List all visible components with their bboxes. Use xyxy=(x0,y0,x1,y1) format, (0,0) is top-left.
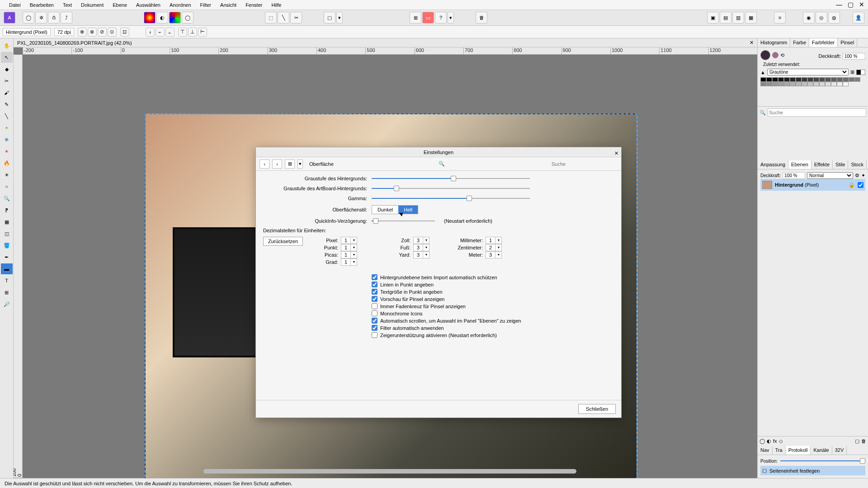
tab-farbe[interactable]: Farbe xyxy=(790,38,809,47)
trash-icon[interactable]: 🗑 xyxy=(476,12,487,23)
swatch[interactable] xyxy=(819,77,825,82)
eraser-tool-icon[interactable]: ◫ xyxy=(1,228,13,239)
tab-histogramm[interactable]: Histogramm xyxy=(758,38,790,47)
swatch[interactable] xyxy=(843,77,849,82)
swatch[interactable] xyxy=(807,82,813,86)
layer-visibility-checkbox[interactable] xyxy=(858,182,863,188)
tab-stile[interactable]: Stile xyxy=(833,160,848,169)
swap-colors-icon[interactable]: ⟲ xyxy=(780,52,784,58)
dialog-close-icon[interactable]: ✕ xyxy=(614,148,618,158)
swatch[interactable] xyxy=(766,77,772,82)
valign-3-icon[interactable]: ⊢ xyxy=(198,28,207,37)
grid-icon[interactable]: ⊞ xyxy=(410,12,421,23)
dialog-search-input[interactable] xyxy=(550,160,618,168)
valign-1-icon[interactable]: ⊤ xyxy=(178,28,187,37)
swatch[interactable] xyxy=(837,77,843,82)
halign-2-icon[interactable]: ⫟ xyxy=(156,28,165,37)
arrange-2-icon[interactable]: ▤ xyxy=(720,12,731,23)
gradient-tool-icon[interactable]: ▦ xyxy=(1,216,13,227)
swatch[interactable] xyxy=(819,82,825,86)
bg-color-well[interactable] xyxy=(772,52,778,58)
gear-icon[interactable]: ⚙ xyxy=(855,173,859,178)
align-icon[interactable]: ≡ xyxy=(774,12,786,23)
mask-icon[interactable]: ▢ xyxy=(324,12,335,23)
swatch[interactable] xyxy=(796,82,802,86)
bg-grey-slider[interactable] xyxy=(372,175,530,182)
check-8[interactable] xyxy=(372,332,377,338)
hand-tool-icon[interactable]: ✋ xyxy=(1,40,13,51)
circle-icon[interactable]: ◯ xyxy=(23,12,34,23)
menu-ansicht[interactable]: Ansicht xyxy=(216,2,241,8)
share-icon[interactable]: ⤴ xyxy=(61,12,72,23)
swatch[interactable] xyxy=(778,77,784,82)
layer-row[interactable]: Hintergrund (Pixel) 🔒 xyxy=(760,179,865,191)
swatch[interactable] xyxy=(778,82,784,86)
crop-tool-icon[interactable]: ✂ xyxy=(1,75,13,86)
rect-tool-icon[interactable]: ▬ xyxy=(1,263,13,274)
tab-close-icon[interactable]: ✕ xyxy=(750,40,754,46)
style-option-dunkel[interactable]: Dunkel xyxy=(372,206,398,214)
tab-kanäle[interactable]: Kanäle xyxy=(811,446,832,455)
bool-union-icon[interactable]: ◉ xyxy=(803,12,815,23)
check-0[interactable] xyxy=(372,274,377,280)
layer-opacity-input[interactable] xyxy=(783,172,805,179)
tab-nav[interactable]: Nav xyxy=(758,446,773,455)
swatch[interactable] xyxy=(854,77,860,82)
fg-color-well[interactable] xyxy=(760,50,770,60)
menu-filter[interactable]: Filter xyxy=(196,2,216,8)
swatch[interactable] xyxy=(772,82,778,86)
unit-mm-spinner[interactable]: 1▾ xyxy=(486,237,502,244)
blur-icon[interactable]: ◯ xyxy=(182,12,193,23)
swatch[interactable] xyxy=(831,82,837,86)
tab-anpassung[interactable]: Anpassung xyxy=(758,160,788,169)
menu-hilfe[interactable]: Hilfe xyxy=(267,2,286,8)
unit-cm-spinner[interactable]: 2▾ xyxy=(486,244,502,251)
pen-tool-icon[interactable]: ✒ xyxy=(1,252,13,263)
tab-tra[interactable]: Tra xyxy=(773,446,786,455)
swatch[interactable] xyxy=(825,77,831,82)
nav-dropdown-button[interactable]: ▾ xyxy=(297,160,303,169)
unit-punkt-spinner[interactable]: 1▾ xyxy=(341,244,357,251)
check-3[interactable] xyxy=(372,296,377,302)
history-slider[interactable] xyxy=(780,458,865,464)
dropdown-icon[interactable]: ▾ xyxy=(336,12,343,23)
heal-tool-icon[interactable]: ❋ xyxy=(1,134,13,145)
unit-meter-spinner[interactable]: 3▾ xyxy=(486,251,502,258)
tab-farbfelder[interactable]: Farbfelder xyxy=(809,38,838,47)
zoom-tool-icon[interactable]: 🔍 xyxy=(1,193,13,204)
check-2[interactable] xyxy=(372,289,377,295)
unit-grad-spinner[interactable]: 1▾ xyxy=(341,258,357,266)
swatch[interactable] xyxy=(849,77,854,82)
swatch[interactable] xyxy=(790,82,796,86)
fx-icon[interactable]: ✦ xyxy=(861,173,865,178)
tab-32v[interactable]: 32V xyxy=(832,446,847,455)
menu-ebene[interactable]: Ebene xyxy=(108,2,132,8)
user-icon[interactable]: 👤 xyxy=(853,12,864,23)
close-icon[interactable]: ✕ xyxy=(859,1,864,8)
halign-3-icon[interactable]: ⫠ xyxy=(165,28,175,37)
arrange-1-icon[interactable]: ▣ xyxy=(707,12,719,23)
node-tool-icon[interactable]: ◆ xyxy=(1,64,13,75)
swatch[interactable] xyxy=(825,82,831,86)
swatch[interactable] xyxy=(813,82,819,86)
swatch[interactable] xyxy=(837,82,843,86)
unit-pixel-spinner[interactable]: 1▾ xyxy=(341,237,357,244)
swatch[interactable] xyxy=(813,77,819,82)
swatch[interactable] xyxy=(784,77,790,82)
marquee-icon[interactable]: ⬚ xyxy=(265,12,277,23)
menu-bearbeiten[interactable]: Bearbeiten xyxy=(25,2,58,8)
swatch-type-icon[interactable]: ▲ xyxy=(760,70,765,75)
tab-effekte[interactable]: Effekte xyxy=(811,160,833,169)
tab-ebenen[interactable]: Ebenen xyxy=(788,160,811,169)
tab-stock[interactable]: Stock xyxy=(848,160,867,169)
mask-icon[interactable]: ◯ xyxy=(760,438,765,444)
nav-back-button[interactable]: ‹ xyxy=(259,160,269,169)
brush-tool-icon[interactable]: 🖌 xyxy=(1,87,13,98)
line-icon[interactable]: ╲ xyxy=(278,12,289,23)
menu-datei[interactable]: Datei xyxy=(5,2,25,8)
check-6[interactable] xyxy=(372,318,377,324)
lock-child-icon[interactable]: ⊗ xyxy=(88,28,97,37)
swatch[interactable] xyxy=(760,77,766,82)
bool-sub-icon[interactable]: ◎ xyxy=(816,12,827,23)
swatch-opts-icon[interactable]: ⊞ xyxy=(850,69,854,75)
